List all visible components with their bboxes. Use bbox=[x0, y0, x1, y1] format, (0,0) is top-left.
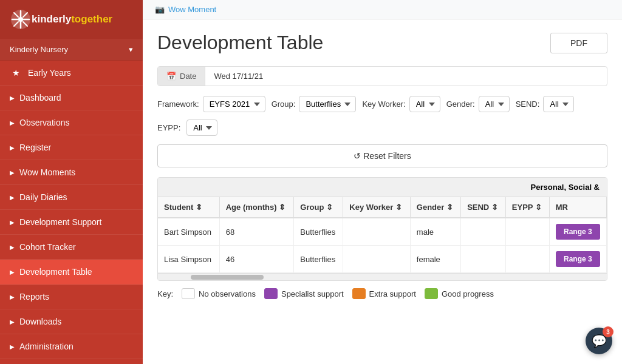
date-value: Wed 17/11/21 bbox=[205, 67, 607, 86]
arrow-icon: ▶ bbox=[10, 144, 15, 151]
table-cell: Butterflies bbox=[294, 218, 343, 246]
table-scroll-area[interactable]: Student ⇕Age (months) ⇕Group ⇕Key Worker… bbox=[158, 197, 607, 273]
chat-button[interactable]: 💬 3 bbox=[586, 328, 612, 354]
legend: Key: No observations Specialist support … bbox=[157, 281, 607, 302]
page-header: Development Table PDF bbox=[157, 32, 607, 54]
arrow-icon: ▶ bbox=[10, 95, 15, 101]
breadcrumb-camera-icon: 📷 bbox=[155, 5, 165, 14]
sidebar-item-label: Wow Moments bbox=[19, 167, 75, 177]
sidebar-item-label: Observations bbox=[19, 118, 69, 127]
sidebar-item-reports[interactable]: ▶Reports bbox=[0, 285, 143, 309]
legend-label-extra: Extra support bbox=[369, 289, 416, 298]
arrow-icon: ▶ bbox=[10, 318, 15, 325]
column-header[interactable]: Group ⇕ bbox=[294, 197, 343, 218]
sidebar-item-observations[interactable]: ▶Observations bbox=[0, 110, 143, 135]
group-label: Group: bbox=[272, 99, 296, 109]
table-row: Lisa Simpson46ButterfliesfemaleRange 3 bbox=[158, 246, 607, 273]
sidebar-item-cohort-tracker[interactable]: ▶Cohort Tracker bbox=[0, 235, 143, 260]
eypp-row: EYPP: All bbox=[157, 120, 607, 136]
table-cell: female bbox=[410, 246, 460, 273]
breadcrumb: 📷 Wow Moment bbox=[143, 0, 622, 19]
sidebar-item-label: Downloads bbox=[19, 317, 61, 326]
legend-extra: Extra support bbox=[352, 288, 416, 299]
table-cell: Bart Simpson bbox=[158, 218, 219, 246]
legend-label-specialist: Specialist support bbox=[281, 289, 344, 298]
sidebar-item-dashboard[interactable]: ▶Dashboard bbox=[0, 86, 143, 110]
scrollbar-thumb bbox=[191, 275, 264, 280]
legend-specialist: Specialist support bbox=[264, 288, 344, 299]
framework-select[interactable]: EYFS 2021 bbox=[203, 96, 265, 112]
sidebar-item-early-years[interactable]: ★Early Years bbox=[0, 61, 143, 86]
framework-label: Framework: bbox=[157, 99, 199, 109]
eypp-label: EYPP: bbox=[157, 123, 180, 132]
pdf-button[interactable]: PDF bbox=[550, 33, 607, 53]
column-header[interactable]: Gender ⇕ bbox=[410, 197, 460, 218]
legend-good: Good progress bbox=[425, 288, 494, 299]
mr-cell: Range 3 bbox=[549, 246, 606, 273]
sidebar-item-administration[interactable]: ▶Administration bbox=[0, 334, 143, 359]
arrow-icon: ▶ bbox=[10, 269, 15, 275]
logo-icon bbox=[10, 8, 32, 30]
column-header[interactable]: Student ⇕ bbox=[158, 197, 219, 218]
horizontal-scrollbar[interactable] bbox=[158, 273, 607, 280]
development-table: Student ⇕Age (months) ⇕Group ⇕Key Worker… bbox=[158, 197, 607, 273]
arrow-icon: ▶ bbox=[10, 194, 15, 201]
arrow-icon: ▶ bbox=[10, 294, 15, 300]
main-content: 📷 Wow Moment Development Table PDF 📅 Dat… bbox=[143, 0, 622, 364]
table-header-row: Student ⇕Age (months) ⇕Group ⇕Key Worker… bbox=[158, 197, 607, 218]
chat-badge: 3 bbox=[603, 326, 613, 337]
column-header[interactable]: Key Worker ⇕ bbox=[343, 197, 411, 218]
legend-label-no-obs: No observations bbox=[199, 289, 256, 298]
sidebar-item-register[interactable]: ▶Register bbox=[0, 135, 143, 160]
arrow-icon: ▶ bbox=[10, 169, 15, 176]
gender-select[interactable]: All bbox=[479, 96, 510, 112]
key-worker-select[interactable]: All bbox=[409, 96, 440, 112]
nav-list: ★Early Years▶Dashboard▶Observations▶Regi… bbox=[0, 61, 143, 364]
send-filter: SEND: All bbox=[516, 96, 575, 112]
calendar-icon: 📅 bbox=[166, 72, 176, 81]
sidebar-item-label: Register bbox=[19, 143, 51, 152]
date-row: 📅 Date Wed 17/11/21 bbox=[157, 66, 607, 86]
table-body: Bart Simpson68ButterfliesmaleRange 3Lisa… bbox=[158, 218, 607, 273]
legend-box-no-obs bbox=[182, 288, 195, 299]
sidebar-item-downloads[interactable]: ▶Downloads bbox=[0, 309, 143, 334]
table-row: Bart Simpson68ButterfliesmaleRange 3 bbox=[158, 218, 607, 246]
table-cell bbox=[505, 218, 549, 246]
key-worker-filter: Key Worker: All bbox=[362, 96, 440, 112]
column-header[interactable]: SEND ⇕ bbox=[461, 197, 506, 218]
nursery-selector[interactable]: Kinderly Nursery ▾ bbox=[0, 39, 143, 61]
eypp-select[interactable]: All bbox=[186, 120, 217, 136]
reset-filters-button[interactable]: ↺ Reset Filters bbox=[157, 144, 607, 167]
legend-box-extra bbox=[352, 288, 366, 299]
column-header[interactable]: MR bbox=[549, 197, 606, 218]
sidebar-item-daily-diaries[interactable]: ▶Daily Diaries bbox=[0, 185, 143, 210]
sidebar-item-wow-moments[interactable]: ▶Wow Moments bbox=[0, 160, 143, 185]
column-header[interactable]: Age (months) ⇕ bbox=[219, 197, 294, 218]
table-cell bbox=[461, 246, 506, 273]
send-label: SEND: bbox=[516, 99, 540, 109]
send-select[interactable]: All bbox=[543, 96, 574, 112]
breadcrumb-text: Wow Moment bbox=[168, 5, 216, 14]
sidebar-item-label: Dashboard bbox=[19, 93, 61, 103]
key-worker-label: Key Worker: bbox=[362, 99, 405, 109]
sidebar-item-label: Reports bbox=[19, 292, 49, 302]
group-filter: Group: Butterflies bbox=[272, 96, 357, 112]
sidebar-item-label: Administration bbox=[19, 342, 73, 351]
group-select[interactable]: Butterflies bbox=[299, 96, 356, 112]
sidebar-item-cpd[interactable]: ▶CPD bbox=[0, 359, 143, 364]
legend-label-good: Good progress bbox=[442, 289, 494, 298]
arrow-icon: ▶ bbox=[10, 244, 15, 251]
data-table-wrapper: Personal, Social & Student ⇕Age (months)… bbox=[157, 177, 607, 281]
framework-filter: Framework: EYFS 2021 bbox=[157, 96, 265, 112]
logo-text: kinderlytogether bbox=[32, 13, 112, 25]
sidebar-item-development-table[interactable]: ▶Development Table bbox=[0, 260, 143, 285]
legend-no-obs: No observations bbox=[182, 288, 256, 299]
chevron-down-icon: ▾ bbox=[129, 45, 133, 54]
legend-box-specialist bbox=[264, 288, 278, 299]
column-header[interactable]: EYPP ⇕ bbox=[505, 197, 549, 218]
sidebar: kinderlytogether Kinderly Nursery ▾ ★Ear… bbox=[0, 0, 143, 364]
table-cell: Lisa Simpson bbox=[158, 246, 219, 273]
date-label: 📅 Date bbox=[158, 67, 205, 86]
sidebar-item-label: Cohort Tracker bbox=[19, 242, 76, 252]
sidebar-item-development-support[interactable]: ▶Development Support bbox=[0, 210, 143, 235]
